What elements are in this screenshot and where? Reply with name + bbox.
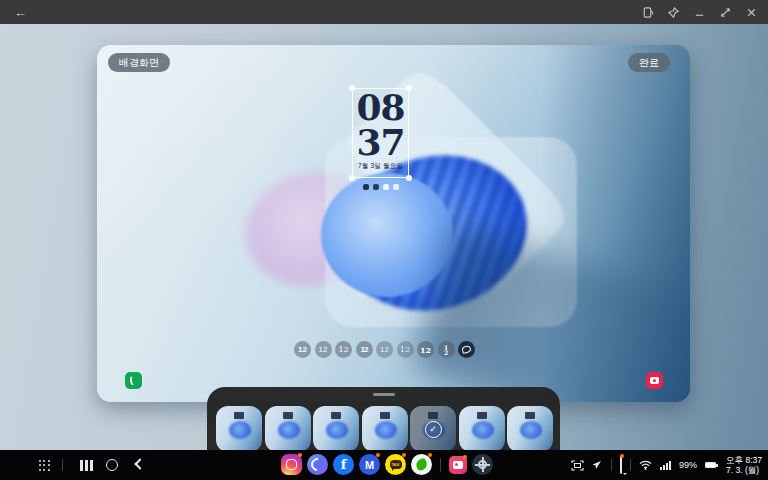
- wallpaper-thumbnail-row: ✓: [216, 406, 553, 452]
- planet-glyph: [308, 455, 326, 473]
- close-icon[interactable]: [745, 6, 758, 19]
- check-icon: ✓: [425, 421, 442, 438]
- settings-app-icon[interactable]: [472, 454, 493, 475]
- sheet-drag-handle[interactable]: [373, 393, 395, 396]
- notification-dot: [402, 453, 406, 457]
- clock-style-option-8[interactable]: 12: [438, 341, 455, 358]
- wallpaper-thumbnail-3[interactable]: [313, 406, 359, 452]
- camera-shortcut-button[interactable]: [646, 372, 663, 389]
- kakaotalk-app-icon[interactable]: TALK: [385, 454, 406, 475]
- battery-percent: 99%: [679, 460, 697, 470]
- home-button[interactable]: [106, 459, 118, 471]
- wifi-icon[interactable]: [639, 460, 652, 470]
- clock-style-option-4[interactable]: 12: [356, 341, 373, 358]
- done-button[interactable]: 완료: [628, 53, 670, 72]
- thumbnail-art: [326, 421, 348, 439]
- back-button[interactable]: [134, 458, 145, 469]
- taskbar-time: 오후 8:37: [726, 455, 762, 466]
- talk-bubble: TALK: [390, 460, 402, 469]
- notification-dot: [428, 453, 432, 457]
- selection-handle[interactable]: [406, 175, 412, 181]
- selection-handle[interactable]: [406, 85, 412, 91]
- facebook-app-icon[interactable]: f: [333, 454, 354, 475]
- notification-icon: [383, 184, 389, 190]
- battery-icon: [705, 462, 716, 468]
- notification-dot: [376, 453, 380, 457]
- wallpaper-thumbnail-5[interactable]: ✓: [410, 406, 456, 452]
- notification-icon: [373, 184, 379, 190]
- clock-date: 7월 3일 월요일: [358, 162, 403, 171]
- spen-pointer-icon[interactable]: [592, 460, 603, 471]
- camera-outline: [286, 459, 297, 470]
- wallpaper-dark-edge: [540, 45, 690, 402]
- taskbar: fMTALK 99% 오후 8:37 7. 3. (월): [0, 450, 768, 480]
- clock-style-option-1[interactable]: 12: [294, 341, 311, 358]
- all-apps-icon[interactable]: [39, 460, 50, 471]
- taskbar-app-row: fMTALK: [281, 454, 493, 475]
- divider: [630, 459, 631, 471]
- pin-icon[interactable]: [667, 6, 680, 19]
- clock-style-option-2[interactable]: 12: [315, 341, 332, 358]
- wallpaper-button[interactable]: 배경화면: [108, 53, 170, 72]
- recents-button[interactable]: [80, 460, 93, 471]
- gear-icon: [478, 460, 487, 469]
- image-glyph: [453, 461, 463, 469]
- samsung-internet-app-icon[interactable]: [307, 454, 328, 475]
- selection-handle[interactable]: [349, 85, 355, 91]
- notification-icon: [363, 184, 369, 190]
- desktop-background: 배경화면 완료 08 37 7월 3일 월요일 1212121212121212: [0, 24, 768, 450]
- leaf-glyph: [414, 457, 428, 471]
- thumbnail-mini-clock: [525, 412, 535, 419]
- clock-style-option-7[interactable]: 12: [417, 341, 434, 358]
- wallpaper-thumbnail-2[interactable]: [265, 406, 311, 452]
- notification-dot: [620, 454, 624, 458]
- green-leaf-app-icon[interactable]: [411, 454, 432, 475]
- notification-icons-row: [355, 184, 407, 190]
- m-app-app-icon[interactable]: M: [359, 454, 380, 475]
- snap-window-icon[interactable]: [719, 6, 732, 19]
- thumbnail-art: [375, 421, 397, 439]
- wallpaper-thumbnail-1[interactable]: [216, 406, 262, 452]
- clock-style-selector: 1212121212121212: [294, 341, 475, 358]
- clock-hour: 08: [356, 91, 404, 124]
- wallpaper-coil-face: [321, 173, 453, 297]
- notification-icon: [393, 184, 399, 190]
- taskbar-clock[interactable]: 오후 8:37 7. 3. (월): [726, 455, 762, 476]
- clock-style-option-6[interactable]: 12: [397, 341, 414, 358]
- divider: [62, 459, 63, 471]
- notification-dot: [463, 455, 467, 459]
- selected-overlay: ✓: [410, 406, 456, 452]
- thumbnail-art: [229, 421, 251, 439]
- thumbnail-art: [472, 421, 494, 439]
- taskbar-date: 7. 3. (월): [726, 465, 762, 476]
- divider: [440, 458, 441, 472]
- clock-style-palette-button[interactable]: [458, 341, 475, 358]
- wallpaper-thumbnail-4[interactable]: [362, 406, 408, 452]
- minimize-icon[interactable]: [693, 6, 706, 19]
- clock-widget-selection[interactable]: 08 37 7월 3일 월요일: [352, 88, 409, 178]
- thumbnail-mini-clock: [380, 412, 390, 419]
- notification-bubble-icon[interactable]: [620, 456, 622, 474]
- clock-style-option-5[interactable]: 12: [376, 341, 393, 358]
- signal-icon: [660, 460, 671, 470]
- notification-dot: [298, 453, 302, 457]
- phone-shortcut-button[interactable]: [125, 372, 142, 389]
- clock-style-option-3[interactable]: 12: [335, 341, 352, 358]
- camera-icon: [650, 377, 659, 384]
- rotate-phone-icon[interactable]: [641, 6, 654, 19]
- screen-capture-icon[interactable]: [571, 460, 584, 471]
- thumbnail-mini-clock: [477, 412, 487, 419]
- palette-icon: [461, 345, 472, 354]
- window-titlebar: ←: [0, 0, 768, 24]
- divider: [611, 459, 612, 471]
- wallpaper-preview-canvas[interactable]: 배경화면 완료 08 37 7월 3일 월요일 1212121212121212: [97, 45, 690, 402]
- wallpaper-thumbnail-7[interactable]: [507, 406, 553, 452]
- thumbnail-mini-clock: [331, 412, 341, 419]
- back-arrow-icon[interactable]: ←: [14, 5, 27, 20]
- thumbnail-art: [520, 421, 542, 439]
- wallpaper-thumbnail-6[interactable]: [459, 406, 505, 452]
- gallery-app-icon[interactable]: [449, 456, 467, 474]
- thumbnail-art: [278, 421, 300, 439]
- selection-handle[interactable]: [349, 175, 355, 181]
- instagram-app-icon[interactable]: [281, 454, 302, 475]
